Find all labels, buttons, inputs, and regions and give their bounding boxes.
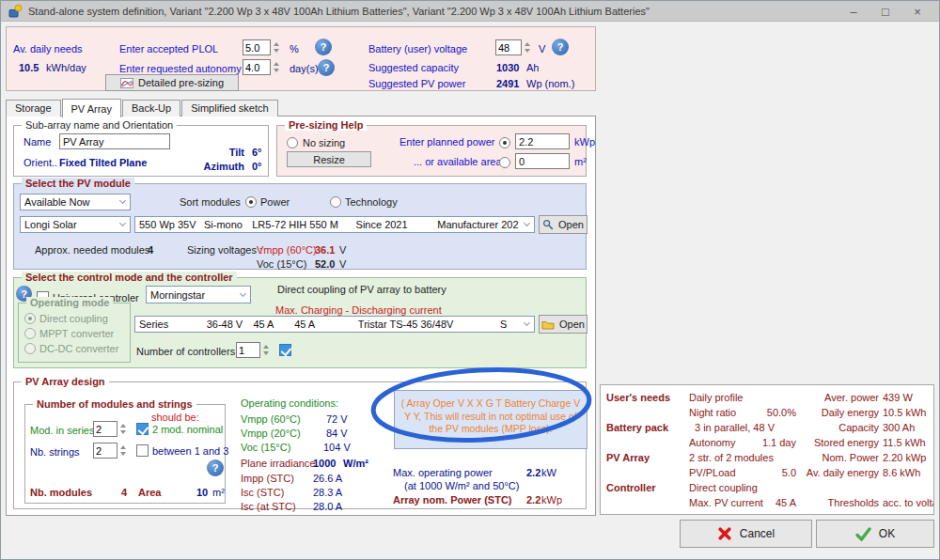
battery-voltage-help-icon[interactable]: ? <box>552 39 569 55</box>
isc-at-value: 28.0 A <box>313 501 342 512</box>
mode-mppt-radio[interactable] <box>24 328 36 339</box>
controller-model-dropdown[interactable]: Series 36-48 V 45 A 45 A Tristar TS-45 3… <box>134 316 535 333</box>
nb-strings-label: Nb. strings <box>30 446 80 458</box>
spin-up-icon[interactable] <box>274 42 279 46</box>
close-button[interactable]: × <box>901 1 933 22</box>
no-sizing-radio[interactable] <box>287 137 298 148</box>
summary-label: Thresholds <box>760 497 879 508</box>
ok-button-label: OK <box>879 527 895 540</box>
modules-strings-groupbox: Number of modules and strings should be:… <box>24 404 226 504</box>
max-operating-power-value: 2.2 <box>526 467 540 478</box>
controller-open-button[interactable]: Open <box>539 315 588 334</box>
mod-series-label: Mod. in series <box>30 425 94 436</box>
detailed-presizing-label: Detailed pre-sizing <box>138 77 224 88</box>
module-technology: Si-mono <box>204 219 252 230</box>
summary-text: PV/PLoad <box>689 467 736 478</box>
nb-strings-input[interactable] <box>93 443 118 459</box>
nb-modules-value: 4 <box>121 487 127 498</box>
tab-storage[interactable]: Storage <box>6 100 61 117</box>
num-controllers-spinner[interactable] <box>236 342 269 358</box>
voc-sizing-unit: V <box>339 258 346 270</box>
spin-up-icon[interactable] <box>263 345 269 349</box>
spin-down-icon[interactable] <box>120 430 126 434</box>
spin-down-icon[interactable] <box>274 69 279 72</box>
spin-down-icon[interactable] <box>274 49 279 53</box>
mod-series-spinner[interactable] <box>93 421 126 437</box>
coupling-text: Direct coupling of PV array to battery <box>277 284 446 295</box>
subarray-groupbox: Sub-array name and Orientation Name Tilt… <box>13 125 269 177</box>
battery-voltage-input[interactable] <box>495 39 522 55</box>
planned-power-radio[interactable] <box>499 137 510 148</box>
num-controllers-checkbox[interactable] <box>279 344 291 356</box>
spin-up-icon[interactable] <box>525 42 530 46</box>
ok-button[interactable]: OK <box>816 520 934 548</box>
sort-power-radio[interactable] <box>245 196 257 208</box>
cancel-button[interactable]: Cancel <box>680 520 812 548</box>
num-controllers-input[interactable] <box>236 342 260 358</box>
cancel-icon <box>717 526 732 541</box>
plol-spinner[interactable] <box>243 39 279 55</box>
approx-modules-value: 4 <box>148 244 153 256</box>
azimuth-value: 0° <box>252 161 262 172</box>
mode-direct-coupling-radio[interactable] <box>24 313 36 324</box>
summary-row: Max. PV current45 AThresholdsacc. to vol… <box>601 497 933 511</box>
planned-power-unit: kWp <box>574 136 595 148</box>
nb-strings-spinner[interactable] <box>93 443 126 459</box>
sizing-voltages-label: Sizing voltages : <box>187 244 262 256</box>
nb-strings-checkbox[interactable] <box>136 444 149 457</box>
irradiance-label: Plane irradiance <box>241 458 316 469</box>
spin-down-icon[interactable] <box>525 49 530 53</box>
plol-help-icon[interactable]: ? <box>315 39 332 55</box>
spin-up-icon[interactable] <box>274 62 279 66</box>
minimize-button[interactable]: – <box>838 1 870 22</box>
battery-voltage-spin-buttons[interactable] <box>525 42 530 53</box>
controller-brand-dropdown[interactable]: Morningstar <box>146 286 251 303</box>
manufacturer-dropdown[interactable]: Longi Solar <box>20 216 131 233</box>
subarray-name-label: Name <box>24 136 51 148</box>
plol-spin-buttons[interactable] <box>274 42 279 53</box>
voc-sizing-value: 52.0 <box>315 258 335 270</box>
detailed-presizing-button[interactable]: Detailed pre-sizing <box>105 74 239 91</box>
mode-dcdc-radio[interactable] <box>24 343 36 354</box>
suggested-power-label: Suggested PV power <box>368 78 465 89</box>
mod-series-checkbox[interactable] <box>136 423 149 435</box>
num-controllers-spin-buttons[interactable] <box>263 345 269 355</box>
mod-series-spin-buttons[interactable] <box>120 424 126 434</box>
area-label: Area <box>138 487 161 498</box>
autonomy-spinner[interactable] <box>243 59 279 75</box>
maximize-button[interactable]: □ <box>870 1 901 22</box>
nb-strings-spin-buttons[interactable] <box>120 445 126 456</box>
strings-help-icon[interactable]: ? <box>207 459 224 476</box>
plol-input[interactable] <box>243 39 271 55</box>
mod-series-input[interactable] <box>93 421 118 437</box>
available-area-radio[interactable] <box>499 157 510 168</box>
spin-down-icon[interactable] <box>120 452 126 456</box>
should-be-label: should be: <box>151 412 199 423</box>
spin-up-icon[interactable] <box>120 424 126 428</box>
resize-button[interactable]: Resize <box>287 151 371 167</box>
battery-voltage-spinner[interactable] <box>495 39 530 55</box>
autonomy-help-icon[interactable]: ? <box>318 59 335 76</box>
spin-down-icon[interactable] <box>263 351 269 355</box>
resize-button-label: Resize <box>313 154 345 165</box>
tab-simplified-sketch[interactable]: Simplified sketch <box>181 100 278 117</box>
availability-dropdown[interactable]: Available Now <box>20 194 131 210</box>
summary-row: ControllerDirect coupling <box>601 482 933 496</box>
tab-back-up[interactable]: Back-Up <box>122 100 180 117</box>
autonomy-input[interactable] <box>243 59 271 75</box>
vmpp60-value: 72 V <box>326 413 348 425</box>
sort-technology-radio[interactable] <box>330 196 341 208</box>
orient-label: Orient.. <box>24 157 57 168</box>
planned-power-input[interactable] <box>515 133 570 149</box>
module-dropdown[interactable]: 550 Wp 35V Si-mono LR5-72 HIH 550 M Sinc… <box>134 216 535 233</box>
max-operating-power-sub: (at 1000 W/m² and 50°C) <box>404 480 519 491</box>
autonomy-spin-buttons[interactable] <box>274 62 279 72</box>
module-open-button[interactable]: Open <box>539 215 588 234</box>
tab-pv-array[interactable]: PV Array <box>62 99 121 117</box>
summary-value: 300 Ah <box>883 422 933 433</box>
summary-section-label: Battery pack <box>606 422 668 433</box>
autonomy-label: Enter requested autonomy <box>119 63 242 74</box>
spin-up-icon[interactable] <box>120 445 126 449</box>
available-area-input[interactable] <box>515 153 570 169</box>
controller-brand-value: Morningstar <box>150 289 205 301</box>
